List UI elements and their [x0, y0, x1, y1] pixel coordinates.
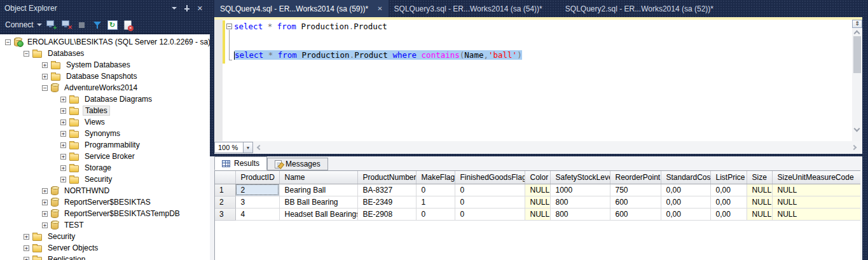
- expander-icon[interactable]: +: [24, 234, 29, 240]
- tree-item[interactable]: +NORTHWND: [0, 185, 210, 196]
- scroll-down-icon[interactable]: [854, 126, 860, 132]
- scrollbar-thumb[interactable]: [853, 36, 861, 73]
- grid-cell[interactable]: Headset Ball Bearings: [279, 208, 357, 220]
- expander-icon[interactable]: +: [60, 142, 66, 148]
- tree-item[interactable]: +Tables: [0, 105, 210, 116]
- expander-icon[interactable]: +: [60, 165, 66, 171]
- grid-cell[interactable]: 0,00: [661, 184, 710, 196]
- grid-cell[interactable]: NULL: [772, 208, 860, 220]
- expander-icon[interactable]: +: [42, 74, 48, 79]
- tree-item[interactable]: +Storage: [0, 162, 210, 174]
- scroll-right-icon[interactable]: [851, 145, 857, 150]
- expander-icon[interactable]: +: [24, 257, 29, 260]
- grid-cell[interactable]: NULL: [525, 184, 550, 196]
- expander-icon[interactable]: −: [42, 85, 48, 91]
- tree-item[interactable]: −Databases: [0, 48, 210, 59]
- grid-cell[interactable]: 800: [550, 196, 610, 208]
- tree-item[interactable]: −AdventureWorks2014: [0, 82, 210, 93]
- column-header[interactable]: MakeFlag: [416, 171, 455, 184]
- tab-close-icon[interactable]: ✕: [377, 5, 382, 12]
- expander-icon[interactable]: −: [5, 39, 11, 45]
- expander-icon[interactable]: +: [42, 188, 48, 194]
- sql-editor[interactable]: − select * from Production.Productselect…: [214, 20, 852, 141]
- tab-messages[interactable]: Messages: [267, 158, 328, 170]
- tree-item[interactable]: +Replication: [0, 254, 210, 260]
- grid-cell[interactable]: BA-8327: [357, 184, 416, 196]
- grid-cell[interactable]: 1000: [550, 184, 610, 196]
- grid-cell[interactable]: NULL: [747, 184, 772, 196]
- grid-cell[interactable]: NULL: [747, 208, 772, 220]
- column-header[interactable]: StandardCost: [661, 171, 710, 184]
- column-header[interactable]: ListPrice: [710, 171, 747, 184]
- connect-button[interactable]: Connect: [5, 20, 42, 29]
- disconnect-button[interactable]: ✕: [61, 19, 72, 31]
- connect-server-button[interactable]: +: [46, 19, 57, 31]
- editor-horizontal-scrollbar[interactable]: 100 % ▾: [214, 141, 862, 154]
- grid-cell[interactable]: 0: [416, 184, 455, 196]
- object-explorer-titlebar[interactable]: Object Explorer ✕: [0, 0, 210, 17]
- grid-cell[interactable]: BE-2349: [357, 196, 416, 208]
- expander-icon[interactable]: +: [42, 211, 48, 217]
- expander-icon[interactable]: −: [24, 51, 29, 57]
- grid-cell[interactable]: 4: [235, 208, 279, 220]
- code-line[interactable]: select * from Production.Product where c…: [234, 50, 522, 60]
- column-header[interactable]: ProductID: [235, 171, 279, 184]
- grid-cell[interactable]: 0,00: [710, 208, 747, 220]
- scroll-up-icon[interactable]: [854, 31, 860, 37]
- tree-item[interactable]: +TEST: [0, 219, 210, 231]
- grid-cell[interactable]: 600: [610, 196, 661, 208]
- grid-cell[interactable]: NULL: [525, 208, 550, 220]
- tree-item[interactable]: +ReportServer$BESIKTAS: [0, 196, 210, 208]
- refresh-button[interactable]: ↻: [107, 19, 118, 31]
- filter-button[interactable]: [92, 19, 103, 31]
- grid-cell[interactable]: 0,00: [710, 184, 747, 196]
- pin-icon[interactable]: [183, 4, 191, 12]
- column-header[interactable]: Color: [525, 171, 550, 184]
- expander-icon[interactable]: +: [24, 245, 29, 251]
- column-header[interactable]: ProductNumber: [357, 171, 416, 184]
- code-line[interactable]: [234, 41, 522, 50]
- row-header[interactable]: 3: [215, 208, 235, 220]
- expander-icon[interactable]: +: [60, 108, 66, 114]
- code-line[interactable]: select * from Production.Product: [234, 22, 522, 31]
- grid-cell[interactable]: NULL: [747, 196, 772, 208]
- scroll-left-icon[interactable]: [257, 145, 262, 150]
- tree-item[interactable]: +ReportServer$BESIKTASTempDB: [0, 208, 210, 219]
- column-header[interactable]: ReorderPoint: [610, 171, 661, 184]
- zoom-level-value[interactable]: 100 %: [214, 142, 244, 153]
- collapse-region-icon[interactable]: −: [226, 24, 232, 29]
- grid-cell[interactable]: 0,00: [710, 196, 747, 208]
- tree-item[interactable]: +Service Broker: [0, 151, 210, 162]
- grid-cell[interactable]: 0: [455, 184, 525, 196]
- expander-icon[interactable]: +: [42, 62, 48, 68]
- grid-cell[interactable]: BE-2908: [357, 208, 416, 220]
- expander-icon[interactable]: +: [42, 222, 48, 228]
- tree-item[interactable]: +Database Diagrams: [0, 93, 210, 105]
- column-header[interactable]: FinishedGoodsFlag: [455, 171, 525, 184]
- tree-item[interactable]: +Synonyms: [0, 128, 210, 139]
- expander-icon[interactable]: +: [42, 200, 48, 205]
- tab-results[interactable]: Results: [214, 156, 267, 170]
- document-tab[interactable]: SQLQuery3.sql - ER...Works2014 (sa (54))…: [389, 0, 548, 17]
- grid-cell[interactable]: 600: [610, 208, 661, 220]
- expander-icon[interactable]: +: [60, 120, 66, 125]
- disable-script-button[interactable]: [122, 19, 134, 31]
- grid-cell[interactable]: 750: [610, 184, 661, 196]
- grid-cell[interactable]: BB Ball Bearing: [279, 196, 357, 208]
- code-area[interactable]: select * from Production.Productselect *…: [234, 22, 522, 60]
- grid-cell[interactable]: 0,00: [661, 208, 710, 220]
- tree-item[interactable]: −EROLAKGUL\BESIKTAS (SQL Server 12.0.226…: [0, 36, 210, 48]
- grid-cell[interactable]: 800: [550, 208, 610, 220]
- column-header[interactable]: SafetyStockLevel: [550, 171, 610, 184]
- splitter-handle[interactable]: ⇕: [852, 20, 862, 28]
- tree-item[interactable]: +Database Snapshots: [0, 71, 210, 82]
- window-position-chevron-icon[interactable]: [172, 7, 177, 10]
- zoom-dropdown[interactable]: 100 % ▾: [214, 142, 253, 153]
- grid-cell[interactable]: 1: [416, 196, 455, 208]
- grid-cell[interactable]: NULL: [772, 196, 860, 208]
- document-tab[interactable]: SQLQuery4.sql - ER...Works2014 (sa (59))…: [214, 0, 389, 17]
- grid-cell[interactable]: 3: [235, 196, 279, 208]
- expander-icon[interactable]: +: [60, 131, 66, 137]
- grid-cell[interactable]: 0: [455, 208, 525, 220]
- code-line[interactable]: [234, 31, 522, 41]
